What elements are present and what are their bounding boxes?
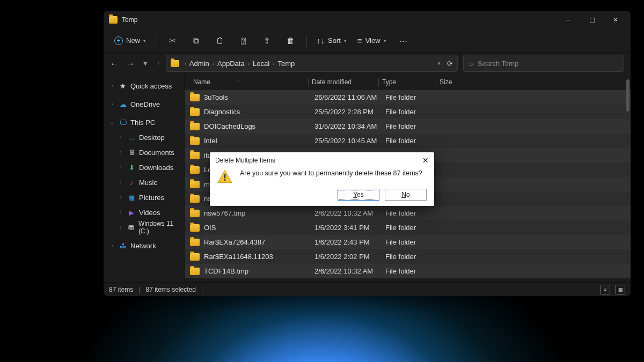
sidebar-item-desktop[interactable]: ›▭Desktop xyxy=(104,130,184,145)
maximize-button[interactable]: ▢ xyxy=(580,11,604,29)
scrollbar[interactable] xyxy=(626,79,630,112)
search-input[interactable]: ⌕ Search Temp xyxy=(463,55,624,72)
folder-icon xyxy=(190,108,200,116)
details-view-button[interactable]: ≡ xyxy=(601,285,610,294)
window-title: Temp xyxy=(122,16,557,24)
svg-rect-1 xyxy=(224,174,226,179)
table-row[interactable]: Diagnostics25/5/2022 2:28 PMFile folder xyxy=(185,105,631,119)
desktop-icon: ▭ xyxy=(127,133,136,142)
monitor-icon: 🖵 xyxy=(119,118,127,127)
videos-icon: ▶ xyxy=(127,208,136,217)
sidebar-item-this-pc[interactable]: ⌄🖵This PC xyxy=(104,115,184,130)
file-type: File folder xyxy=(385,267,443,275)
clipboard-icon: 📋︎ xyxy=(216,36,224,45)
file-type: File folder xyxy=(385,253,443,261)
table-row[interactable]: Intel25/5/2022 10:45 AMFile folder xyxy=(185,134,631,148)
folder-icon xyxy=(190,268,200,275)
search-icon: ⌕ xyxy=(469,60,473,68)
dialog-title: Delete Multiple Items xyxy=(215,157,275,164)
delete-button[interactable]: 🗑︎ xyxy=(280,32,301,49)
address-bar[interactable]: › Admin › AppData › Local › Temp ▾ ⟳ xyxy=(166,55,458,72)
forward-button[interactable]: → xyxy=(127,59,135,68)
sidebar-item-onedrive[interactable]: ›☁OneDrive xyxy=(104,97,184,112)
folder-icon xyxy=(190,166,200,174)
rename-button[interactable]: ⍰ xyxy=(232,32,254,49)
chevron-right-icon: › xyxy=(248,61,250,67)
dialog-titlebar: Delete Multiple Items ✕ xyxy=(210,152,434,168)
documents-icon: 📄︎ xyxy=(127,148,136,157)
no-button[interactable]: No xyxy=(385,189,427,201)
column-headers: Name˄ Date modified Type Size xyxy=(185,74,631,90)
sidebar-item-windows-c[interactable]: ›⛃Windows 11 (C:) xyxy=(104,220,184,235)
up-button[interactable]: ↑ xyxy=(156,59,160,68)
share-button[interactable]: ⇪ xyxy=(256,32,277,49)
file-date: 2/6/2022 10:32 AM xyxy=(314,267,385,275)
column-name[interactable]: Name˄ xyxy=(190,78,308,86)
music-icon: ♪ xyxy=(127,178,136,187)
file-name: TCDF14B.tmp xyxy=(204,267,314,275)
file-name: Rar$EXa11648.11203 xyxy=(204,253,314,261)
search-placeholder: Search Temp xyxy=(478,60,518,68)
table-row[interactable]: DOICachedLogs31/5/2022 10:34 AMFile fold… xyxy=(185,119,631,134)
breadcrumb-segment[interactable]: Temp xyxy=(277,60,295,68)
separator xyxy=(306,35,307,47)
refresh-button[interactable]: ⟳ xyxy=(447,60,453,68)
file-date: 26/5/2022 11:06 AM xyxy=(314,93,385,101)
folder-icon xyxy=(190,195,200,203)
file-type: File folder xyxy=(385,108,443,116)
table-row[interactable]: OIS1/6/2022 3:41 PMFile folder xyxy=(185,220,631,235)
sort-button[interactable]: ↑↓ Sort ▾ xyxy=(312,32,351,49)
chevron-down-icon: ▾ xyxy=(344,38,347,43)
paste-button[interactable]: 📋︎ xyxy=(209,32,230,49)
sidebar-item-downloads[interactable]: ›⬇Downloads xyxy=(104,160,184,175)
sidebar-item-quick-access[interactable]: ›★Quick access xyxy=(104,78,184,93)
table-row[interactable]: 3uTools26/5/2022 11:06 AMFile folder xyxy=(185,90,631,105)
file-date: 25/5/2022 2:28 PM xyxy=(314,108,385,116)
table-row[interactable]: Rar$EXa11648.112031/6/2022 2:02 PMFile f… xyxy=(185,249,631,264)
chevron-down-icon[interactable]: ▾ xyxy=(438,61,441,66)
column-type[interactable]: Type xyxy=(379,78,436,86)
recent-button[interactable]: ▾ xyxy=(143,58,148,68)
file-name: Rar$EXa7264.4387 xyxy=(204,238,314,246)
thumbnails-view-button[interactable]: ▦ xyxy=(616,285,625,294)
folder-icon xyxy=(171,60,179,67)
folder-icon xyxy=(190,224,200,232)
breadcrumb-segment[interactable]: Admin xyxy=(189,60,209,68)
chevron-right-icon: › xyxy=(213,61,214,67)
file-name: nsw5767.tmp xyxy=(204,209,314,217)
address-row: ← → ▾ ↑ › Admin › AppData › Local › Temp… xyxy=(104,53,631,74)
pictures-icon: ▦ xyxy=(127,193,136,202)
copy-button[interactable]: ⧉ xyxy=(185,32,207,49)
new-button[interactable]: + New ▾ xyxy=(110,32,150,49)
sidebar-item-documents[interactable]: ›📄︎Documents xyxy=(104,145,184,160)
breadcrumb-segment[interactable]: AppData xyxy=(217,60,245,68)
separator xyxy=(156,35,156,47)
sidebar-item-network[interactable]: ›🖧Network xyxy=(104,238,184,253)
yes-button[interactable]: Yes xyxy=(338,189,379,201)
view-button[interactable]: ≡ View ▾ xyxy=(353,32,391,49)
status-items: 87 items xyxy=(109,286,133,293)
dialog-message: Are you sure you want to permanently del… xyxy=(240,168,427,177)
file-name: 3uTools xyxy=(204,93,314,101)
table-row[interactable]: TCDF14B.tmp2/6/2022 10:32 AMFile folder xyxy=(185,264,631,278)
column-date[interactable]: Date modified xyxy=(309,78,378,86)
sidebar-item-pictures[interactable]: ›▦Pictures xyxy=(104,190,184,205)
cut-button[interactable]: ✂ xyxy=(162,32,183,49)
more-button[interactable]: ⋯ xyxy=(393,32,414,49)
status-bar: 87 items | 87 items selected | ≡ ▦ xyxy=(104,282,631,296)
file-date: 2/6/2022 10:32 AM xyxy=(314,209,385,217)
table-row[interactable]: nsw5767.tmp2/6/2022 10:32 AMFile folder xyxy=(185,206,631,220)
dialog-close-button[interactable]: ✕ xyxy=(422,156,429,165)
breadcrumb-segment[interactable]: Local xyxy=(253,60,269,68)
file-date: 1/6/2022 2:02 PM xyxy=(314,253,385,261)
column-size[interactable]: Size xyxy=(436,78,625,86)
ellipsis-icon: ⋯ xyxy=(399,36,407,46)
table-row[interactable]: Rar$EXa7264.43871/6/2022 2:43 PMFile fol… xyxy=(185,235,631,249)
close-button[interactable]: ✕ xyxy=(604,11,627,29)
folder-icon xyxy=(190,253,200,261)
back-button[interactable]: ← xyxy=(110,59,118,68)
sidebar-item-videos[interactable]: ›▶Videos xyxy=(104,205,184,220)
minimize-button[interactable]: ─ xyxy=(557,11,580,29)
file-type: File folder xyxy=(385,122,443,130)
sidebar-item-music[interactable]: ›♪Music xyxy=(104,175,184,190)
